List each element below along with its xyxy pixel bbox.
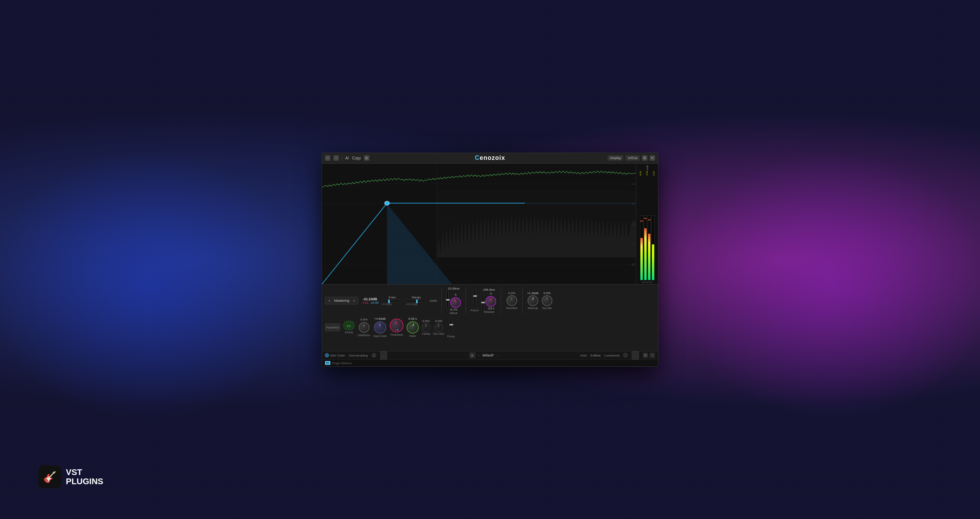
grid-button[interactable]: ⊞	[364, 155, 369, 161]
oversampling-info[interactable]: i	[372, 353, 376, 358]
pump-slider[interactable]	[450, 317, 452, 334]
hold-label: Hold	[580, 354, 586, 357]
attack-time-display: 15.00ms	[448, 287, 460, 290]
lookahead-toggle[interactable]	[623, 353, 628, 358]
divider-1	[441, 287, 442, 314]
waveform-body	[437, 190, 636, 257]
attack-knob-group: A	[450, 293, 461, 308]
input-gain-knob[interactable]	[374, 321, 386, 334]
preset-next[interactable]: ›	[353, 298, 355, 303]
attack-thumb	[446, 299, 450, 301]
help-icon[interactable]: ?	[650, 353, 655, 358]
settings-icon[interactable]: ⚙	[642, 155, 647, 161]
input-gain-label: Input Gain	[373, 334, 387, 338]
threshold-knob-section: Threshold	[390, 319, 403, 337]
divider-2	[466, 287, 466, 314]
threshold-knob[interactable]	[390, 319, 403, 332]
knee-slider[interactable]	[382, 300, 403, 302]
odd-even-knob[interactable]	[359, 322, 369, 333]
watermark-guitar-icon: 🎸	[43, 471, 57, 483]
pump-label: Pump	[447, 335, 455, 338]
pump-thumb	[449, 324, 453, 325]
sensitive-knob-indicator	[511, 297, 512, 300]
preset-back-arrow[interactable]: ‹	[479, 354, 480, 357]
preset-fwd-arrow[interactable]: ›	[497, 354, 498, 357]
range-slider[interactable]	[406, 300, 427, 302]
attack-knob[interactable]	[450, 297, 461, 308]
options-dots: ···	[382, 355, 385, 358]
meter-peak-3	[648, 220, 650, 220]
brand-logo-rest: enozoix	[480, 155, 505, 161]
menu-button[interactable]: □	[325, 155, 330, 161]
clamp-val: 0.0%	[423, 319, 430, 323]
chain-icon[interactable]: ⛓	[643, 353, 648, 358]
pa-logo-text: PA	[326, 362, 329, 364]
dry-mix-section: 0.0% Dry Mix	[542, 291, 552, 310]
side-chain-dot	[325, 353, 329, 357]
release-val-display: 196.3	[488, 307, 495, 310]
ff-btn[interactable]: FF	[343, 321, 354, 330]
title-bar-right: Display In/Out ⚙ ✕	[608, 155, 655, 161]
sensitive-label: Sensitive	[506, 306, 517, 310]
de-click-label: De-Click	[433, 332, 444, 335]
divider-3	[501, 287, 501, 314]
ratio-knob-indicator	[412, 323, 414, 326]
sensitive-knob[interactable]	[506, 295, 517, 306]
makeup-knob[interactable]	[528, 295, 538, 306]
knee-range-vals: +6.00dB	[382, 303, 403, 306]
plugin-alliance-label: Plugin Alliance	[332, 361, 352, 365]
ff-label: FF	[347, 324, 351, 328]
attack-knob-indicator	[454, 299, 456, 302]
nav-icon[interactable]: ⊞	[469, 352, 475, 358]
release-label-text: Release	[484, 310, 495, 314]
peak-rms-btn[interactable]: Peak/RMS	[325, 324, 340, 331]
watermark-line2: PLUGINS	[66, 477, 103, 486]
punch-section: Punch	[470, 289, 479, 312]
meter-bar-2	[644, 215, 647, 280]
inout-button[interactable]: In/Out	[626, 155, 640, 161]
attack-pct-val: 42.4%	[450, 308, 457, 311]
title-bar: □ ← A/ Copy ⊞ Cenozoix Display In/Out ⚙ …	[322, 153, 658, 164]
meter-bar-3	[648, 215, 651, 280]
preset-prev[interactable]: ‹	[328, 298, 330, 303]
attack-slider[interactable]	[446, 291, 449, 308]
lookahead-dots: ···	[634, 355, 637, 358]
meter-peak-2	[644, 218, 647, 219]
display-button[interactable]: Display	[608, 155, 624, 161]
threshold-label-text: Threshold	[390, 333, 403, 337]
close-icon[interactable]: ✕	[650, 155, 655, 161]
threshold-dots	[395, 329, 398, 330]
clamp-knob[interactable]	[422, 323, 430, 332]
de-click-knob[interactable]	[434, 323, 443, 332]
release-section: 196.3ms A 196.3 Release	[482, 288, 496, 314]
meter-bar-4	[652, 215, 655, 280]
punch-slider[interactable]	[474, 289, 476, 308]
clamp-section: 0.0% Clamp	[422, 319, 430, 335]
release-slider[interactable]	[482, 293, 484, 310]
knee-thumb	[388, 299, 390, 303]
options-btn[interactable]: ···	[380, 351, 387, 360]
lr-label-3: LR	[649, 281, 652, 283]
peak-rms-label: Peak/RMS	[326, 326, 339, 329]
brand-name: Cenozoix	[475, 155, 505, 161]
ratio-knob[interactable]	[407, 321, 419, 334]
odd-even-section: 0.0% Odd/Even	[358, 318, 370, 337]
side-chain-section: Side Chain	[325, 353, 345, 357]
main-content: -6 -12 -18 -24 -30	[322, 164, 658, 284]
meter-bars	[637, 177, 657, 280]
knee-label: Knee	[389, 296, 396, 299]
back-button[interactable]: ←	[333, 155, 339, 161]
ff-section: FF FF/FB	[343, 321, 354, 334]
release-r-label: A	[490, 292, 492, 295]
db-readouts: -8.95	[637, 165, 657, 171]
vu-meters-panel: -8.95 -8.95 -3.66 -5.87	[636, 164, 658, 284]
lookahead-options[interactable]: ···	[632, 351, 639, 360]
db-val-1: -8.95	[646, 165, 648, 171]
watermark-icon: 🎸	[38, 465, 61, 488]
punch-thumb	[473, 295, 477, 297]
copy-button[interactable]: Copy	[352, 156, 361, 160]
dry-mix-knob[interactable]	[542, 295, 552, 306]
lr-labels: LR LR LR	[637, 281, 657, 283]
range-thumb	[416, 299, 418, 303]
release-knob[interactable]	[485, 296, 496, 307]
